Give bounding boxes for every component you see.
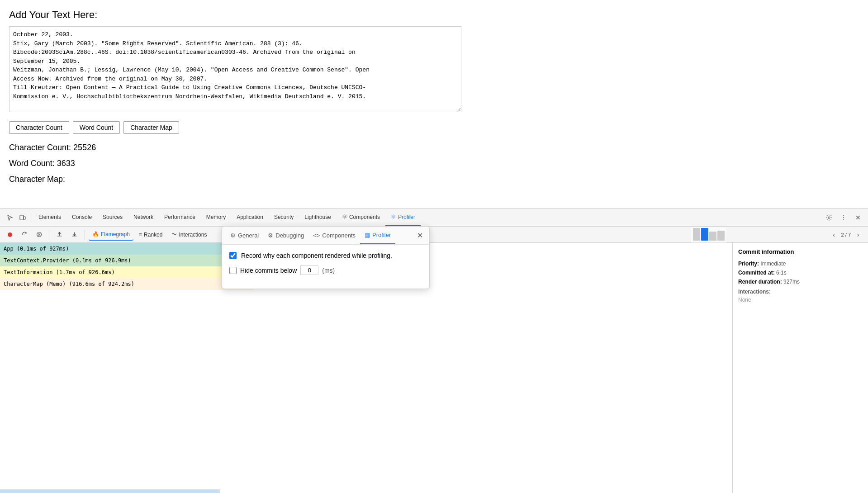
commit-info-panel: Commit information Priority: Immediate C… xyxy=(732,243,868,493)
popup-tab-profiler[interactable]: ▦ Profiler xyxy=(360,227,395,244)
interactions-label: Interactions xyxy=(179,232,207,238)
reload-record-button[interactable] xyxy=(18,228,31,241)
ranked-label: Ranked xyxy=(144,232,162,238)
interactions-btn[interactable]: 〜 Interactions xyxy=(168,229,210,241)
hide-unit: (ms) xyxy=(322,267,335,274)
popup-tabs: ⚙ General ⚙ Debugging <> Components ▦ Pr… xyxy=(222,227,429,245)
svg-rect-1 xyxy=(24,217,25,219)
word-count-stat: Word Count: 3633 xyxy=(9,159,859,168)
flamegraph-label: Flamegraph xyxy=(101,231,130,237)
commit-bar[interactable] xyxy=(717,231,725,241)
flamegraph-btn[interactable]: 🔥 Flamegraph xyxy=(89,229,133,241)
character-count-label: Character Count: xyxy=(9,143,71,152)
commit-bar[interactable] xyxy=(709,232,716,241)
tab-console-label: Console xyxy=(72,214,92,220)
devtools-pointer-icon[interactable] xyxy=(4,211,16,224)
word-count-label: Word Count: xyxy=(9,159,55,168)
scroll-indicator xyxy=(0,489,732,493)
popup-tab-components[interactable]: <> Components xyxy=(308,227,360,244)
tab-performance-label: Performance xyxy=(164,214,195,220)
record-button[interactable] xyxy=(4,228,16,241)
character-map-button[interactable]: Character Map xyxy=(123,121,179,134)
svg-point-2 xyxy=(828,217,830,218)
tab-security[interactable]: Security xyxy=(269,209,299,226)
priority-label: Priority: xyxy=(738,261,759,267)
component-textinfo-label: TextInformation (1.7ms of 926.6ms) xyxy=(4,269,115,275)
svg-point-3 xyxy=(8,232,12,237)
committed-label: Committed at: xyxy=(738,270,775,276)
tab-elements-label: Elements xyxy=(38,214,61,220)
hide-checkbox[interactable] xyxy=(229,267,237,274)
popup-tab-debugging[interactable]: ⚙ Debugging xyxy=(263,227,308,244)
popup-tab-general[interactable]: ⚙ General xyxy=(226,227,263,244)
tab-application[interactable]: Application xyxy=(231,209,269,226)
word-count-button[interactable]: Word Count xyxy=(73,121,120,134)
tab-application-label: Application xyxy=(237,214,263,220)
tab-components[interactable]: ⚛ Components xyxy=(337,209,385,226)
page-title: Add Your Text Here: xyxy=(9,9,859,21)
commit-chart[interactable] xyxy=(691,227,726,243)
components-settings-icon: <> xyxy=(313,232,320,239)
commit-bar-selected[interactable] xyxy=(701,228,708,241)
hide-value-input[interactable] xyxy=(300,265,318,275)
devtools-topbar-actions: ⋮ ✕ xyxy=(823,211,864,224)
component-charmap-label: CharacterMap (Memo) (916.6ms of 924.2ms) xyxy=(4,281,134,287)
character-count-value: 25526 xyxy=(73,143,96,152)
subtoolbar-divider2 xyxy=(85,230,85,240)
record-label[interactable]: Record why each component rendered while… xyxy=(241,252,392,259)
popup-tab-profiler-label: Profiler xyxy=(372,232,391,238)
more-options-button[interactable]: ⋮ xyxy=(837,211,850,224)
popup-body: Record why each component rendered while… xyxy=(222,245,429,289)
upload-btn[interactable] xyxy=(53,229,66,241)
devtools-device-icon[interactable] xyxy=(16,211,29,224)
text-input[interactable]: October 22, 2003. Stix, Gary (March 2003… xyxy=(9,26,461,112)
prev-commit-btn[interactable]: ‹ xyxy=(828,228,840,241)
profiler-body: App (0.1ms of 927ms) TextContext.Provide… xyxy=(0,243,868,493)
character-count-button[interactable]: Character Count xyxy=(9,121,69,134)
record-row: Record why each component rendered while… xyxy=(229,252,422,259)
component-app-label: App (0.1ms of 927ms) xyxy=(4,246,69,252)
next-commit-btn[interactable]: › xyxy=(852,228,864,241)
tab-lighthouse[interactable]: Lighthouse xyxy=(299,209,337,226)
tab-sources-label: Sources xyxy=(103,214,123,220)
component-textcontext-label: TextContext.Provider (0.1ms of 926.9ms) xyxy=(4,257,131,264)
text-area-container: October 22, 2003. Stix, Gary (March 2003… xyxy=(9,26,461,114)
commit-counter: 2 / 7 xyxy=(841,232,851,237)
subtoolbar-divider xyxy=(49,230,49,240)
hide-label[interactable]: Hide commits below xyxy=(240,267,297,274)
record-checkbox[interactable] xyxy=(229,252,237,259)
tab-components-label: Components xyxy=(349,214,380,220)
devtools-tabs: Elements Console Sources Network Perform… xyxy=(33,209,823,226)
ranked-btn[interactable]: ≡ Ranked xyxy=(135,229,166,241)
tab-memory[interactable]: Memory xyxy=(201,209,231,226)
tab-elements[interactable]: Elements xyxy=(33,209,66,226)
tab-network-label: Network xyxy=(133,214,153,220)
profiler-icon: ⚛ xyxy=(391,213,396,220)
tab-memory-label: Memory xyxy=(206,214,226,220)
render-value: 927ms xyxy=(783,279,800,285)
interactions-label-text: Interactions: xyxy=(738,289,771,295)
components-icon: ⚛ xyxy=(342,213,347,220)
interactions-stat-label: Interactions: xyxy=(738,289,863,295)
character-map-section-label: Character Map: xyxy=(9,175,859,184)
tab-network[interactable]: Network xyxy=(128,209,159,226)
priority-stat: Priority: Immediate xyxy=(738,261,863,267)
commit-bar[interactable] xyxy=(693,228,700,241)
tab-sources[interactable]: Sources xyxy=(97,209,128,226)
commit-info-title: Commit information xyxy=(738,248,863,255)
popup-tab-components-label: Components xyxy=(322,232,356,239)
render-stat: Render duration: 927ms xyxy=(738,279,863,285)
profiler-settings-icon: ▦ xyxy=(365,232,370,238)
download-btn[interactable] xyxy=(68,229,81,241)
settings-button[interactable] xyxy=(823,211,835,224)
settings-popup: ⚙ General ⚙ Debugging <> Components ▦ Pr… xyxy=(222,226,430,289)
render-label: Render duration: xyxy=(738,279,782,285)
clear-button[interactable] xyxy=(33,228,45,241)
component-row-charmap[interactable]: CharacterMap (Memo) (916.6ms of 924.2ms) xyxy=(0,278,253,290)
tab-profiler[interactable]: ⚛ Profiler xyxy=(385,209,421,226)
tab-console[interactable]: Console xyxy=(66,209,97,226)
tab-performance[interactable]: Performance xyxy=(159,209,201,226)
general-icon: ⚙ xyxy=(230,232,236,239)
popup-close-button[interactable]: ✕ xyxy=(414,229,426,242)
close-devtools-button[interactable]: ✕ xyxy=(852,211,864,224)
